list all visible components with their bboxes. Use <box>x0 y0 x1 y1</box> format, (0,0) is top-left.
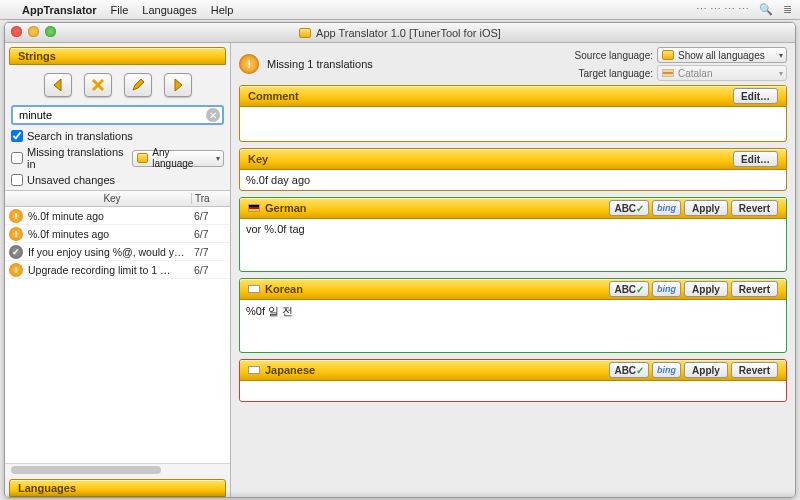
revert-button[interactable]: Revert <box>731 200 778 216</box>
table-row[interactable]: ✓ If you enjoy using %@, would y… 7/7 <box>5 243 230 261</box>
next-button[interactable] <box>164 73 192 97</box>
strings-list[interactable]: ! %.0f minute ago 6/7 ! %.0f minutes ago… <box>5 207 230 463</box>
bing-button[interactable]: bing <box>652 200 681 216</box>
translation-text[interactable]: vor %.0f tag <box>240 219 786 271</box>
translation-lang: Korean <box>265 283 609 295</box>
menu-extras-icon[interactable]: ≣ <box>783 3 792 16</box>
prev-button[interactable] <box>44 73 72 97</box>
menu-app[interactable]: AppTranslator <box>22 4 97 16</box>
apply-button[interactable]: Apply <box>684 200 728 216</box>
flag-korea-icon <box>248 285 260 293</box>
col-key[interactable]: Key <box>5 193 192 204</box>
panel-translation-german: German ABC✓ bing Apply Revert vor %.0f t… <box>239 197 787 272</box>
folder-icon <box>662 50 674 60</box>
panel-translation-korean: Korean ABC✓ bing Apply Revert %0f 일 전 <box>239 278 787 353</box>
check-missing-translations[interactable]: Missing translations in Any language <box>11 146 224 170</box>
warn-icon: ! <box>9 263 23 277</box>
strings-header: Strings <box>9 47 226 65</box>
source-lang-value: Show all languages <box>678 50 765 61</box>
hscrollbar[interactable] <box>5 463 230 475</box>
row-key: Upgrade recording limit to 1 … <box>28 264 194 276</box>
translation-text[interactable]: %0f 일 전 <box>240 300 786 352</box>
target-lang-label: Target language: <box>578 68 653 79</box>
check-missing-translations-box[interactable] <box>11 152 23 164</box>
col-tra[interactable]: Tra <box>192 193 230 204</box>
row-key: %.0f minutes ago <box>28 228 194 240</box>
source-lang-label: Source language: <box>575 50 653 61</box>
panel-comment: Comment Edit… <box>239 85 787 142</box>
translation-lang: Japanese <box>265 364 609 376</box>
menubar-right: ⋯ ⋯ ⋯ ⋯ 🔍 ≣ <box>696 3 792 16</box>
traffic-lights <box>11 26 56 37</box>
row-key: %.0f minute ago <box>28 210 194 222</box>
row-count: 6/7 <box>194 264 226 276</box>
table-row[interactable]: ! %.0f minute ago 6/7 <box>5 207 230 225</box>
menu-help[interactable]: Help <box>211 4 234 16</box>
panel-comment-title: Comment <box>248 90 733 102</box>
panel-key-title: Key <box>248 153 733 165</box>
target-lang-value: Catalan <box>678 68 712 79</box>
scroll-thumb[interactable] <box>11 466 161 474</box>
status-icons: ⋯ ⋯ ⋯ ⋯ <box>696 3 749 16</box>
menu-file[interactable]: File <box>111 4 129 16</box>
edit-key-button[interactable]: Edit… <box>733 151 778 167</box>
spellcheck-button[interactable]: ABC✓ <box>609 281 649 297</box>
row-key: If you enjoy using %@, would y… <box>28 246 194 258</box>
bing-button[interactable]: bing <box>652 281 681 297</box>
check-label: Missing translations in <box>27 146 128 170</box>
comment-text[interactable] <box>240 107 786 141</box>
table-row[interactable]: ! Upgrade recording limit to 1 … 6/7 <box>5 261 230 279</box>
strings-header-label: Strings <box>18 50 56 62</box>
svg-marker-0 <box>54 79 61 91</box>
key-text: %.0f day ago <box>240 170 786 190</box>
row-count: 6/7 <box>194 210 226 222</box>
revert-button[interactable]: Revert <box>731 281 778 297</box>
menu-languages[interactable]: Languages <box>142 4 196 16</box>
table-header: Key Tra <box>5 190 230 207</box>
titlebar: App Translator 1.0 [TunerTool for iOS] <box>5 23 795 43</box>
spellcheck-button[interactable]: ABC✓ <box>609 200 649 216</box>
document-icon <box>299 28 311 38</box>
svg-marker-1 <box>175 79 182 91</box>
toolbar <box>5 65 230 105</box>
edit-button[interactable] <box>124 73 152 97</box>
revert-button[interactable]: Revert <box>731 362 778 378</box>
warn-icon: ! <box>9 227 23 241</box>
main-area: ! Missing 1 translations Source language… <box>231 43 795 497</box>
main-scroll[interactable]: Comment Edit… Key Edit… %.0f day ago <box>231 81 795 497</box>
search-input[interactable] <box>11 105 224 125</box>
missing-text: Missing 1 translations <box>267 58 373 70</box>
source-lang-select[interactable]: Show all languages <box>657 47 787 63</box>
sidebar: Strings ✕ Search in translations Missing… <box>5 43 231 497</box>
check-label: Unsaved changes <box>27 174 115 186</box>
minimize-button[interactable] <box>28 26 39 37</box>
folder-icon <box>137 153 148 163</box>
ok-icon: ✓ <box>9 245 23 259</box>
warning-icon: ! <box>239 54 259 74</box>
check-unsaved-changes-box[interactable] <box>11 174 23 186</box>
target-lang-select[interactable]: Catalan <box>657 65 787 81</box>
translation-text[interactable] <box>240 381 786 401</box>
table-row[interactable]: ! %.0f minutes ago 6/7 <box>5 225 230 243</box>
check-unsaved-changes[interactable]: Unsaved changes <box>11 174 224 186</box>
zoom-button[interactable] <box>45 26 56 37</box>
spotlight-icon[interactable]: 🔍 <box>759 3 773 16</box>
check-search-in-translations[interactable]: Search in translations <box>11 130 224 142</box>
mac-menubar: AppTranslator File Languages Help ⋯ ⋯ ⋯ … <box>0 0 800 20</box>
spellcheck-button[interactable]: ABC✓ <box>609 362 649 378</box>
translation-lang: German <box>265 202 609 214</box>
apply-button[interactable]: Apply <box>684 362 728 378</box>
flag-germany-icon <box>248 204 260 212</box>
delete-button[interactable] <box>84 73 112 97</box>
window-title: App Translator 1.0 [TunerTool for iOS] <box>316 27 501 39</box>
apply-button[interactable]: Apply <box>684 281 728 297</box>
row-count: 7/7 <box>194 246 226 258</box>
check-search-in-translations-box[interactable] <box>11 130 23 142</box>
close-button[interactable] <box>11 26 22 37</box>
clear-search-button[interactable]: ✕ <box>206 108 220 122</box>
languages-header-label: Languages <box>18 482 76 494</box>
bing-button[interactable]: bing <box>652 362 681 378</box>
edit-comment-button[interactable]: Edit… <box>733 88 778 104</box>
languages-header[interactable]: Languages <box>9 479 226 497</box>
missing-lang-select[interactable]: Any language <box>132 150 224 167</box>
